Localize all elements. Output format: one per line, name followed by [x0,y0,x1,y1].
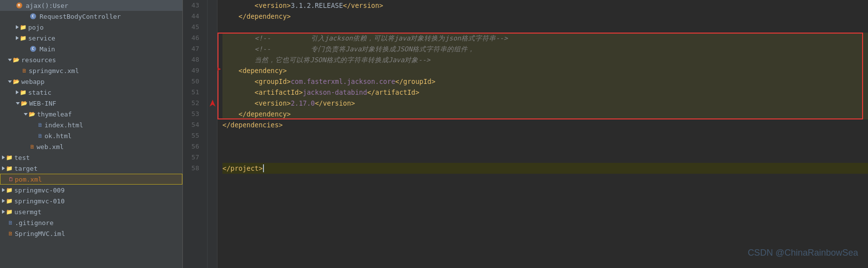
tree-label-gitignore: .gitignore [15,219,53,227]
code-content[interactable]: <version>3.1.2.RELEASE</version> </depen… [217,0,868,268]
tree-item-pom-xml[interactable]: 🗒 pom.xml [0,174,182,185]
collapse-icon-target [2,166,5,170]
code-line-53: </dependency> [222,109,868,119]
gitignore-icon: 🗎 [8,220,13,226]
code-line-56 [222,141,868,152]
tree-label-pojo: pojo [28,24,43,31]
code-editor: 43 44 45 46 47 48 49 50 51 52 53 54 55 5… [183,0,868,268]
tree-label-ok-html: ok.html [44,132,72,140]
tree-label-pom-xml: pom.xml [15,176,42,183]
tree-item-service[interactable]: 📁 service [0,33,182,43]
tree-label-webinf: WEB-INF [29,100,56,107]
tree-label-ajax-user: ajax():User [26,2,68,9]
code-line-45 [222,22,868,33]
collapse-icon-pojo [16,25,19,29]
class-icon-main: C [30,45,38,53]
tree-item-ok-html[interactable]: 🗎 ok.html [0,130,182,141]
tree-item-springmvc-xml[interactable]: 🗎 springmvc.xml [0,65,182,76]
line-num-47: 47 [183,43,203,54]
code-line-47: <!-- 专门负责将Java对象转换成JSON格式字符串的组件， [222,43,868,54]
line-num-50: 50 [183,76,203,87]
line-num-43: 43 [183,0,203,11]
code-line-46: <!-- 引入jackson依赖，可以将java对象转换为json格式字符串--… [222,33,868,43]
line-num-55: 55 [183,130,203,141]
tree-item-request-body-controller[interactable]: C RequestBodyController [0,11,182,22]
tree-label-index-html: index.html [44,121,83,129]
folder-icon-thymeleaf: 📂 [29,111,36,117]
line-num-45: 45 [183,22,203,33]
collapse-icon-springmvc-010 [2,199,5,203]
tree-item-pojo[interactable]: 📁 pojo [0,22,182,33]
line-num-52: 52 [183,98,203,109]
code-line-43: <version>3.1.2.RELEASE</version> [222,0,868,11]
folder-icon-webinf: 📂 [21,100,28,107]
folder-icon-webapp: 📂 [13,78,20,85]
tree-item-static[interactable]: 📁 static [0,87,182,98]
folder-icon-pojo: 📁 [20,24,27,31]
line-num-46: 46 [183,33,203,43]
tree-label-springmvc-010: springmvc-010 [14,197,65,205]
code-line-57 [222,152,868,163]
code-line-58: </project> [222,163,868,174]
line-num-51: 51 [183,87,203,98]
tree-label-springmvc-iml: SpringMVC.iml [15,230,65,237]
tree-label-thymeleaf: thymeleaf [37,111,72,118]
tree-item-usermgt[interactable]: 📁 usermgt [0,206,182,217]
tree-label-target: target [14,165,38,172]
tree-item-resources[interactable]: 📂 resources [0,54,182,65]
line-num-58: 58 [183,163,203,174]
code-line-50: <groupId>com.fasterxml.jackson.core</gro… [222,76,868,87]
line-num-48: 48 [183,54,203,65]
html-icon-ok: 🗎 [38,133,43,139]
collapse-icon-usermgt [2,210,5,214]
expand-icon-webapp [8,80,12,83]
line-num-53: 53 [183,109,203,119]
line-num-57: 57 [183,152,203,163]
line-numbers: 43 44 45 46 47 48 49 50 51 52 53 54 55 5… [183,0,208,268]
xml-icon-springmvc: 🗎 [22,68,27,74]
tree-label-web-xml: web.xml [37,143,64,151]
expand-icon-resources [8,59,12,61]
tree-item-ajax-user[interactable]: m ajax():User [0,0,182,11]
tree-label-static: static [28,89,51,96]
folder-icon-springmvc-010: 📁 [6,198,13,204]
tree-item-springmvc-010[interactable]: 📁 springmvc-010 [0,195,182,206]
tree-item-springmvc-iml[interactable]: 🗎 SpringMVC.iml [0,228,182,239]
line-num-56: 56 [183,141,203,152]
iml-icon: 🗎 [8,230,13,237]
collapse-icon-service [16,36,19,40]
folder-icon-resources: 📂 [13,57,20,63]
class-icon-c: C [30,12,38,20]
method-icon: m [16,1,24,9]
folder-icon-static: 📁 [20,89,27,96]
folder-icon-target: 📁 [6,165,13,172]
code-line-54: </dependencies> [222,119,868,130]
tree-item-main[interactable]: C Main [0,43,182,54]
tree-item-webinf[interactable]: 📂 WEB-INF [0,98,182,109]
code-line-55 [222,130,868,141]
code-line-52: <version>2.17.0</version> [222,98,868,109]
tree-item-gitignore[interactable]: 🗎 .gitignore [0,217,182,228]
xml-icon-web: 🗎 [30,144,35,150]
tree-label-rbc: RequestBodyController [40,13,121,20]
tree-label-test: test [14,154,30,161]
folder-icon-test: 📁 [6,154,13,161]
tree-item-thymeleaf[interactable]: 📂 thymeleaf [0,109,182,119]
arrow-gutter-icon [208,98,217,109]
tree-item-test[interactable]: 📁 test [0,152,182,163]
svg-marker-0 [210,100,216,107]
folder-icon-service: 📁 [20,35,27,41]
gutter [208,0,217,268]
code-line-44: </dependency> [222,11,868,22]
watermark: CSDN @ChinaRainbowSea [748,248,858,258]
tree-item-springmvc-009[interactable]: 📁 springmvc-009 [0,185,182,195]
tree-item-web-xml[interactable]: 🗎 web.xml [0,141,182,152]
tree-item-target[interactable]: 📁 target [0,163,182,174]
annotation-arrow [217,39,222,99]
folder-icon-springmvc-009: 📁 [6,187,13,193]
tree-item-webapp[interactable]: 📂 webapp [0,76,182,87]
tree-label-usermgt: usermgt [14,208,42,216]
line-num-54: 54 [183,119,203,130]
tree-item-index-html[interactable]: 🗎 index.html [0,119,182,130]
tree-label-resources: resources [21,56,56,64]
